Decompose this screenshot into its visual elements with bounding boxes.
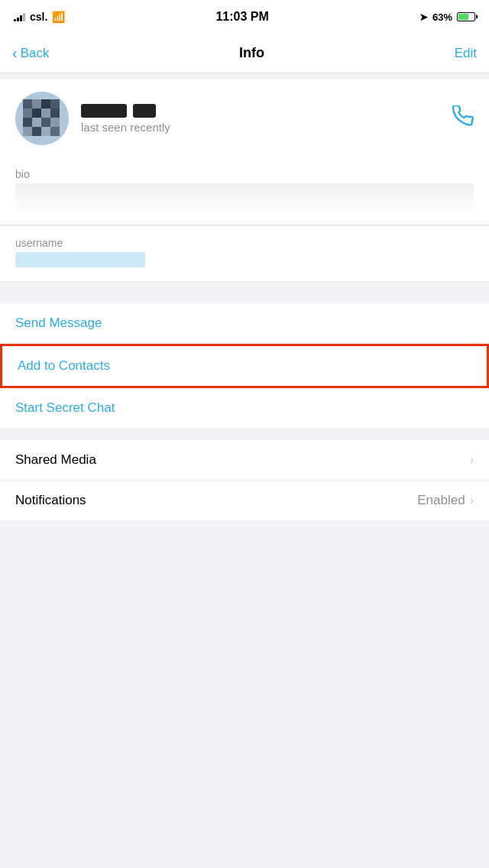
carrier-label: csl. (30, 11, 47, 23)
avatar-image (15, 92, 69, 145)
svg-rect-5 (23, 108, 32, 118)
status-time: 11:03 PM (215, 10, 268, 24)
chevron-right-icon-2: › (470, 494, 474, 507)
actions-section: Send Message Add to Contacts Start Secre… (0, 303, 489, 428)
start-secret-chat-button[interactable]: Start Secret Chat (0, 388, 489, 428)
shared-media-value: › (470, 453, 474, 467)
svg-rect-8 (50, 108, 60, 118)
signal-icon (14, 12, 25, 21)
svg-rect-15 (41, 127, 50, 136)
profile-section: last seen recently (0, 79, 489, 157)
name-block-2 (133, 104, 156, 118)
svg-rect-16 (50, 127, 60, 136)
name-block-1 (81, 104, 127, 118)
section-gap-2 (0, 282, 489, 297)
edit-button[interactable]: Edit (455, 46, 477, 61)
section-gap-3 (0, 428, 489, 434)
profile-name (81, 104, 170, 118)
location-icon: ➤ (419, 11, 428, 23)
bio-row: bio (0, 157, 489, 225)
svg-rect-9 (23, 118, 32, 127)
profile-left: last seen recently (15, 92, 170, 145)
bio-value-area (15, 183, 474, 214)
call-button[interactable] (452, 105, 474, 132)
section-gap-1 (0, 73, 489, 79)
chevron-right-icon: › (470, 453, 474, 467)
svg-rect-13 (23, 127, 32, 136)
username-section: username (0, 226, 489, 282)
notifications-item[interactable]: Notifications Enabled › (0, 481, 489, 520)
shared-media-item[interactable]: Shared Media › (0, 440, 489, 481)
status-right: ➤ 63% (419, 11, 475, 23)
svg-rect-6 (32, 108, 41, 118)
send-message-button[interactable]: Send Message (0, 303, 489, 344)
chevron-left-icon: ‹ (12, 44, 18, 62)
nav-bar: ‹ Back Info Edit (0, 34, 489, 73)
back-button[interactable]: ‹ Back (12, 44, 49, 62)
svg-rect-2 (32, 99, 41, 108)
notifications-label: Notifications (15, 493, 86, 508)
notifications-value: Enabled › (417, 493, 474, 508)
bio-label: bio (15, 168, 474, 180)
back-label: Back (21, 46, 50, 61)
battery-percent: 63% (432, 11, 452, 23)
shared-media-label: Shared Media (15, 452, 96, 468)
username-value (15, 252, 145, 267)
battery-icon (457, 12, 475, 21)
notifications-status: Enabled (417, 493, 465, 508)
bio-section: bio (0, 157, 489, 225)
username-row: username (0, 226, 489, 282)
username-label: username (15, 237, 474, 249)
profile-status: last seen recently (81, 121, 170, 134)
profile-info: last seen recently (81, 104, 170, 134)
svg-rect-7 (41, 108, 50, 118)
svg-rect-1 (23, 99, 32, 108)
status-bar: csl. 📶 11:03 PM ➤ 63% (0, 0, 489, 34)
svg-rect-4 (50, 99, 60, 108)
page-title: Info (239, 45, 264, 61)
avatar (15, 92, 69, 145)
svg-rect-11 (41, 118, 50, 127)
settings-section: Shared Media › Notifications Enabled › (0, 440, 489, 520)
svg-rect-12 (50, 118, 60, 127)
add-to-contacts-button[interactable]: Add to Contacts (0, 344, 489, 388)
wifi-icon: 📶 (52, 11, 65, 23)
svg-rect-3 (41, 99, 50, 108)
svg-rect-14 (32, 127, 41, 136)
svg-rect-10 (32, 118, 41, 127)
status-left: csl. 📶 (14, 11, 65, 23)
